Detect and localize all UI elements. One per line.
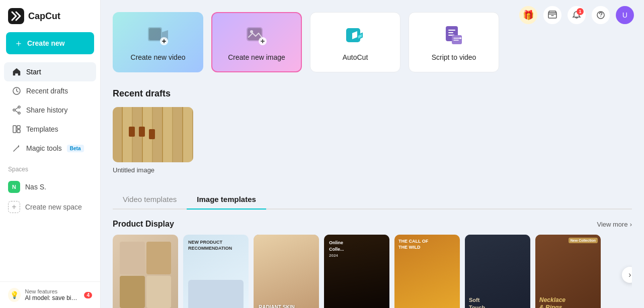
sidebar-item-magic-tools[interactable]: Magic tools Beta [4,139,96,158]
sidebar: CapCut ＋ Create new Start Recent drafts … [0,0,101,308]
logo-container: CapCut [0,8,100,32]
view-more-button[interactable]: View more › [597,221,632,228]
space-name: Nas S. [25,183,46,191]
svg-rect-7 [17,130,20,133]
create-new-button[interactable]: ＋ Create new [6,32,94,54]
nav-label-share-history: Share history [26,106,67,114]
svg-point-4 [13,109,15,111]
template-card-2-inner: NEW PRODUCTRECOMMENDATION [183,235,249,308]
capcut-logo-icon [8,8,24,24]
new-features-subtitle: AI model: save big ... [25,294,80,301]
space-avatar: N [8,181,20,193]
template-card-4-inner: OnlineColle...2024 [324,235,389,308]
draft-thumbnail-1 [113,107,193,162]
nav-label-templates: Templates [26,125,58,133]
template-card-2[interactable]: NEW PRODUCTRECOMMENDATION [183,235,249,308]
share-icon [12,106,21,115]
nav-label-recent-drafts: Recent drafts [26,87,68,95]
clock-icon [12,86,21,95]
autocut-card[interactable]: AutoCut [310,12,400,72]
notification-button[interactable]: 1 [568,6,586,24]
templates-icon [12,125,21,134]
create-image-label: Create new image [228,53,285,61]
template-card-1[interactable] [113,235,178,308]
main-content: Create new video Create new image [101,0,644,308]
new-features-bar[interactable]: 💡 New features AI model: save big ... 4 [0,281,100,308]
new-features-text: New features AI model: save big ... [25,288,80,301]
create-space-item[interactable]: + Create new space [0,197,100,217]
product-display-title: Product Display [113,220,174,229]
image-plus-icon [245,23,269,47]
create-image-card[interactable]: Create new image [211,12,302,72]
tab-video-templates[interactable]: Video templates [113,190,187,210]
template-card-7[interactable]: New Collection Necklace& Rings [535,235,601,308]
create-space-icon: + [8,201,20,213]
chevron-right-icon: › [630,221,632,228]
svg-point-10 [600,16,601,17]
autocut-label: AutoCut [343,53,368,61]
magic-icon [12,144,21,153]
autocut-icon [343,23,367,47]
templates-tabs: Video templates Image templates [113,190,632,210]
script-icon [442,23,466,47]
sidebar-item-recent-drafts[interactable]: Recent drafts [4,81,96,100]
template-card-5[interactable]: THE CALL OFTHE WILD [394,235,460,308]
create-video-card[interactable]: Create new video [113,12,203,72]
main-wrapper: 🎁 1 U [101,0,644,308]
template-card-6[interactable]: SoftTouch [465,235,530,308]
user-avatar[interactable]: U [616,6,634,24]
video-plus-icon [146,23,170,47]
wood-texture [113,107,193,162]
create-video-label: Create new video [131,53,186,61]
templates-strip: NEW PRODUCTRECOMMENDATION RADIANT SKIN [113,235,632,308]
view-more-label: View more [597,221,627,228]
nav-label-magic-tools: Magic tools [26,144,62,152]
recent-drafts-title: Recent drafts [113,88,632,99]
template-card-5-inner: THE CALL OFTHE WILD [394,235,460,308]
script-to-video-card[interactable]: Script to video [409,12,499,72]
home-icon [12,67,21,76]
gift-button[interactable]: 🎁 [519,6,537,24]
svg-rect-6 [17,126,20,129]
plus-icon: ＋ [14,37,23,49]
create-new-label: Create new [27,39,65,47]
notification-badge: 1 [577,8,584,15]
template-card-6-inner: SoftTouch [465,235,530,308]
space-item-nas[interactable]: N Nas S. [0,177,100,197]
new-features-badge: 4 [84,292,92,298]
beta-badge: Beta [67,145,84,152]
sidebar-item-share-history[interactable]: Share history [4,100,96,120]
template-card-1-inner [113,235,178,308]
svg-point-3 [18,112,20,114]
archive-button[interactable] [543,6,561,24]
help-button[interactable] [592,6,610,24]
template-section-header: Product Display View more › [113,220,632,229]
spaces-label: Spaces [0,158,100,177]
svg-point-2 [18,106,20,108]
sidebar-item-start[interactable]: Start [4,62,96,81]
tab-image-templates[interactable]: Image templates [187,190,266,210]
draft-name-1: Untitled image [113,166,193,174]
product-display-section: Product Display View more › [113,220,632,308]
lightbulb-icon: 💡 [8,288,21,302]
nav-label-start: Start [26,68,41,76]
logo-text: CapCut [28,11,60,22]
template-card-3[interactable]: RADIANT SKIN [254,235,319,308]
sidebar-item-templates[interactable]: Templates [4,120,96,139]
template-card-4[interactable]: OnlineColle...2024 [324,235,389,308]
svg-rect-12 [149,28,161,40]
template-card-3-inner: RADIANT SKIN [254,235,319,308]
template-card-7-inner: New Collection Necklace& Rings [535,235,601,308]
new-features-title: New features [25,288,80,294]
drafts-grid: Untitled image [113,107,632,174]
draft-card-1[interactable]: Untitled image [113,107,193,174]
svg-rect-5 [13,126,16,133]
script-to-video-label: Script to video [432,53,476,61]
carousel-next-button[interactable]: › [622,267,632,283]
svg-rect-20 [452,35,462,44]
topbar: 🎁 1 U [519,6,634,24]
create-space-label: Create new space [25,203,82,211]
